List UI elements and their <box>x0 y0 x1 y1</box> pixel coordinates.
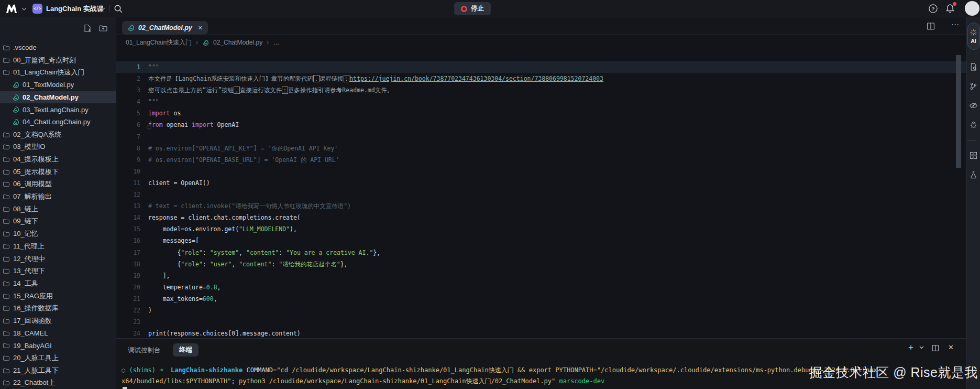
breadcrumb-more[interactable]: … <box>273 39 279 46</box>
code-line[interactable]: 13# text = client.invoke("请给我写一句情人节红玫瑰的中… <box>116 200 966 212</box>
file-tree-item[interactable]: 02_ChatModel.py <box>0 91 116 104</box>
split-editor-icon[interactable] <box>926 21 935 31</box>
bug-icon[interactable] <box>967 115 980 135</box>
tab-terminal[interactable]: 终端 <box>173 343 199 356</box>
grid-icon[interactable] <box>967 146 980 165</box>
chevron-down-icon[interactable] <box>919 344 924 350</box>
file-tree-label: 03_模型IO <box>13 142 45 152</box>
code-line[interactable]: 4""" <box>116 96 966 107</box>
file-tree-item[interactable]: 14_工具 <box>0 277 116 290</box>
tab-debug-console[interactable]: 调试控制台 <box>128 344 161 356</box>
file-tree-label: 07_解析输出 <box>13 192 52 201</box>
flask-icon[interactable] <box>967 165 980 185</box>
workspace-title[interactable]: LangChain 实战课 <box>46 0 104 17</box>
file-tree-item[interactable]: 15_RAG应用 <box>0 290 116 302</box>
code-line[interactable]: 14response = client.chat.completions.cre… <box>116 212 966 223</box>
file-tree-item[interactable]: 21_人脉工具下 <box>0 364 116 377</box>
file-tree-item[interactable]: 11_代理上 <box>0 240 116 253</box>
ai-sparkle-icon <box>970 28 977 36</box>
code-line[interactable]: 6from openai import OpenAI <box>116 119 966 131</box>
new-folder-icon[interactable] <box>98 24 108 33</box>
code-text: # text = client.invoke("请给我写一句情人节红玫瑰的中文宣… <box>148 200 351 212</box>
close-icon[interactable]: ✕ <box>198 25 203 31</box>
file-tree-item[interactable]: 09_链下 <box>0 215 116 228</box>
file-tree-item[interactable]: 02_文档QA系统 <box>0 128 116 141</box>
folder-icon <box>3 143 10 150</box>
code-text: temperature=0.8, <box>148 282 221 293</box>
file-tree-item[interactable]: 16_操作数据库 <box>0 302 116 315</box>
code-line[interactable]: 1""" <box>116 61 966 73</box>
code-line[interactable]: 2本文件是【LangChain系统安装和快速入门】章节的配套代码，课程链接：ht… <box>116 73 966 84</box>
breadcrumb-file[interactable]: 02_ChatModel.py <box>213 39 262 46</box>
marscode-logo-icon[interactable] <box>5 3 18 14</box>
code-line[interactable]: 22) <box>116 305 966 316</box>
code-line[interactable]: 12 <box>116 189 966 200</box>
file-tree-item[interactable]: 03_模型IO <box>0 141 116 154</box>
file-tree-label: 04_ChatLongChain.py <box>23 118 90 126</box>
file-tree-item[interactable]: 12_代理中 <box>0 253 116 265</box>
file-tree-item[interactable]: 08_链上 <box>0 203 116 215</box>
file-tree-item[interactable]: 17_回调函数 <box>0 315 116 327</box>
file-tree-item[interactable]: 18_CAMEL <box>0 327 116 340</box>
file-tree-item[interactable]: 07_解析输出 <box>0 190 116 203</box>
code-line[interactable]: 9# os.environ["OPENAI_BASE_URL"] = 'Open… <box>116 154 966 166</box>
file-tree-item[interactable]: 03_TextLangChain.py <box>0 103 116 116</box>
new-file-icon[interactable] <box>83 24 92 33</box>
notification-bell-icon[interactable] <box>945 3 955 14</box>
terminal-output[interactable]: ○ (shims) ➜ LangChain-shizhanke COMMAND=… <box>122 365 881 387</box>
code-line[interactable]: 23 <box>116 316 966 328</box>
file-search-icon[interactable] <box>967 57 980 77</box>
file-tree-item[interactable]: 06_调用模型 <box>0 178 116 191</box>
editor-tab-bar: 02_ChatModel.py ✕ ⋯ <box>116 17 966 35</box>
tab-label: 02_ChatModel.py <box>138 24 192 31</box>
new-terminal-icon[interactable]: + <box>908 342 913 353</box>
code-line[interactable]: 24print(response.choices[0].message.cont… <box>116 328 966 338</box>
breadcrumb: 01_LangChain快速入门 › 02_ChatModel.py › … <box>116 35 966 50</box>
file-tree-item[interactable]: 10_记忆 <box>0 228 116 240</box>
stop-button[interactable]: 停止 <box>454 2 491 15</box>
breadcrumb-folder[interactable]: 01_LangChain快速入门 <box>126 38 192 47</box>
code-text: {"role": "user", "content": "请给我的花店起个名"}… <box>148 258 348 270</box>
code-line[interactable]: 3您可以点击最上方的“运行”按钮，直接运行该文件；更多操作指引请参考Readme… <box>116 84 966 96</box>
eye-icon[interactable] <box>967 96 980 115</box>
code-area[interactable]: 1"""2本文件是【LangChain系统安装和快速入门】章节的配套代码，课程链… <box>116 50 966 338</box>
code-line[interactable]: 21 max_tokens=600, <box>116 293 966 305</box>
git-branch-icon[interactable] <box>967 77 980 96</box>
file-tree-item[interactable]: 04_ChatLongChain.py <box>0 116 116 128</box>
editor-scrollbar[interactable] <box>956 55 961 168</box>
code-line[interactable]: 7 <box>116 131 966 143</box>
code-line[interactable]: 10 <box>116 166 966 177</box>
code-line[interactable]: 15 model=os.environ.get("LLM_MODELEND"), <box>116 223 966 235</box>
avatar[interactable] <box>965 1 979 16</box>
file-tree-item[interactable]: 01_LangChain快速入门 <box>0 66 116 79</box>
file-tree-item[interactable]: 00_开篇词_奇点时刻 <box>0 54 116 67</box>
file-tree-item[interactable]: 13_代理下 <box>0 265 116 277</box>
code-line[interactable]: 11client = OpenAI() <box>116 177 966 189</box>
tab-02-chatmodel[interactable]: 02_ChatModel.py ✕ <box>122 21 208 35</box>
file-tree-item[interactable]: 05_提示模板下 <box>0 166 116 178</box>
python-file-icon <box>12 81 19 89</box>
close-panel-icon[interactable]: ✕ <box>948 343 954 351</box>
divider <box>967 140 976 141</box>
file-tree-item[interactable]: 20_人脉工具上 <box>0 352 116 364</box>
file-tree-item[interactable]: .vscode <box>0 41 116 54</box>
file-tree-label: 06_调用模型 <box>13 179 52 189</box>
help-icon[interactable]: ? <box>928 4 938 14</box>
file-tree-item[interactable]: 19_BabyAGI <box>0 340 116 352</box>
code-line[interactable]: 18 {"role": "user", "content": "请给我的花店起个… <box>116 258 966 270</box>
code-line[interactable]: 19 ], <box>116 270 966 282</box>
code-line[interactable]: 5import os <box>116 107 966 119</box>
chevron-down-icon[interactable] <box>100 6 106 12</box>
code-line[interactable]: 8# os.environ["OPENAI_API_KEY"] = '你的Ope… <box>116 143 966 154</box>
search-icon[interactable] <box>113 4 123 14</box>
code-line[interactable]: 17 {"role": "system", "content": "You ar… <box>116 247 966 258</box>
code-line[interactable]: 20 temperature=0.8, <box>116 282 966 293</box>
split-terminal-icon[interactable] <box>931 344 940 352</box>
chevron-down-icon[interactable] <box>21 6 27 12</box>
code-line[interactable]: 16 messages=[ <box>116 235 966 246</box>
file-tree-item[interactable]: 04_提示模板上 <box>0 153 116 166</box>
more-actions-icon[interactable]: ⋯ <box>951 20 960 29</box>
file-tree-item[interactable]: 01_TextModel.py <box>0 79 116 91</box>
ai-assistant-button[interactable]: AI <box>967 23 980 50</box>
file-tree-item[interactable]: 22_Chatbot上 <box>0 377 116 389</box>
